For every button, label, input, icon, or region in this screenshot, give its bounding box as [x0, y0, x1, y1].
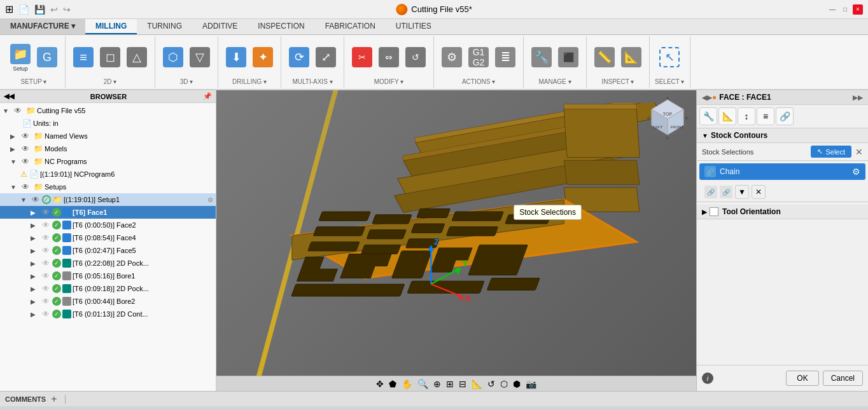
tree-item-setups[interactable]: ▼ 👁 📁 Setups: [0, 181, 216, 193]
layer-icon[interactable]: ⬡: [500, 379, 508, 389]
eye-icon-2dpock2[interactable]: 👁: [41, 284, 51, 294]
eye-icon-root[interactable]: 👁: [13, 106, 23, 116]
eye-icon-2dpock1[interactable]: 👁: [41, 258, 51, 268]
panel-icon-1[interactable]: 🔧: [699, 107, 717, 125]
simulate-button[interactable]: G1G2: [466, 46, 491, 70]
machines-button[interactable]: ⬛: [556, 46, 581, 70]
panel-icon-4[interactable]: ≡: [757, 107, 774, 125]
tab-turning[interactable]: TURNING: [137, 19, 192, 34]
eye-icon-bore1[interactable]: 👁: [41, 271, 51, 281]
actions3-button[interactable]: ≣: [493, 46, 518, 70]
tab-additive[interactable]: ADDITIVE: [192, 19, 248, 34]
chain-down-button[interactable]: ▼: [735, 185, 749, 199]
maximize-button[interactable]: □: [840, 4, 850, 15]
3d-pocket-button[interactable]: ▽: [187, 46, 213, 70]
tree-item-setup1[interactable]: ▼ 👁 ✓ 📁 [(1:19:01)] Setup1 ⚙: [0, 193, 216, 206]
panel-icon-2[interactable]: 📐: [718, 107, 736, 125]
grid-icon[interactable]: ⊞: [5, 3, 13, 15]
tree-arrow-setups[interactable]: ▼: [10, 184, 19, 191]
chain-delete-button[interactable]: ✕: [752, 185, 766, 199]
close-button[interactable]: ×: [853, 4, 863, 15]
tree-arrow-nc[interactable]: ▼: [10, 158, 19, 165]
tree-item-nc-programs[interactable]: ▼ 👁 📁 NC Programs: [0, 155, 216, 168]
tree-arrow-2dpock2[interactable]: ▶: [31, 285, 39, 292]
eye-icon-2dcont[interactable]: 👁: [41, 309, 51, 319]
eye-icon-face2[interactable]: 👁: [41, 220, 51, 230]
multiaxis-button[interactable]: ⟳: [286, 46, 312, 70]
3d-adaptive-button[interactable]: ⬡: [160, 46, 186, 70]
panel-collapse-icon[interactable]: ◀▶: [702, 94, 712, 101]
tree-arrow-face5[interactable]: ▶: [31, 247, 39, 254]
measure-button[interactable]: 📐: [619, 46, 644, 70]
tree-arrow-face1[interactable]: ▶: [31, 209, 39, 216]
tree-arrow-models[interactable]: ▶: [10, 146, 19, 153]
nav-cube[interactable]: TOP LEFT FRONT ▲ ▼ ◀ ▶: [645, 97, 690, 141]
inspect-button[interactable]: 📏: [592, 46, 617, 70]
stock-contours-header[interactable]: ▼ Stock Contours: [697, 128, 868, 143]
undo-icon[interactable]: ↩: [50, 4, 58, 15]
camera-icon[interactable]: 📷: [526, 379, 536, 389]
tree-item-2dpock2[interactable]: ▶ 👁 ✓ [T6 (0:09:18)] 2D Pock...: [0, 282, 216, 295]
setup-button[interactable]: 📁 Setup: [8, 43, 33, 73]
info-icon[interactable]: i: [702, 372, 713, 384]
modify-button[interactable]: ✂: [349, 46, 375, 70]
grid-view-icon[interactable]: ⊞: [446, 379, 454, 389]
panel-expand-icon[interactable]: ▶▶: [853, 94, 863, 101]
tree-item-face5[interactable]: ▶ 👁 ✓ [T6 (0:02:47)] Face5: [0, 244, 216, 257]
2d-face-button[interactable]: ≡: [71, 46, 96, 70]
tool-orientation-checkbox[interactable]: [710, 207, 718, 216]
save-icon[interactable]: 💾: [34, 4, 45, 15]
eye-icon-models[interactable]: 👁: [20, 144, 31, 154]
tree-item-named-views[interactable]: ▶ 👁 📁 Named Views: [0, 130, 216, 142]
clear-button[interactable]: ✕: [855, 147, 863, 157]
minimize-button[interactable]: —: [827, 4, 837, 15]
multiaxis2-button[interactable]: ⤢: [313, 46, 339, 70]
eye-icon-bore2[interactable]: 👁: [41, 296, 51, 306]
eye-icon-face5[interactable]: 👁: [41, 245, 51, 256]
orbit-icon[interactable]: ✋: [402, 379, 412, 389]
eye-icon-setup1[interactable]: 👁: [31, 195, 41, 205]
snap-icon[interactable]: ⊟: [459, 379, 466, 389]
eye-icon-nc[interactable]: 👁: [20, 156, 31, 167]
redo-icon[interactable]: ↪: [63, 4, 71, 15]
panel-icon-5[interactable]: 🔗: [776, 107, 794, 125]
tree-item-models[interactable]: ▶ 👁 📁 Models: [0, 142, 216, 155]
viewport[interactable]: Z Y X Stock Selections: [216, 90, 696, 391]
tab-fabrication[interactable]: FABRICATION: [315, 19, 386, 34]
cancel-button[interactable]: Cancel: [823, 371, 863, 386]
eye-icon-named-views[interactable]: 👁: [20, 131, 31, 141]
tree-item-face1[interactable]: ▶ 👁 ✓ [T6] Face1: [0, 206, 216, 219]
tab-milling[interactable]: MILLING: [85, 19, 137, 34]
zoom-icon[interactable]: 🔍: [417, 379, 428, 389]
rotate-icon[interactable]: ↺: [487, 379, 495, 389]
tree-arrow-face2[interactable]: ▶: [31, 222, 39, 229]
tree-arrow-named-views[interactable]: ▶: [10, 133, 19, 140]
tree-arrow-bore1[interactable]: ▶: [31, 273, 39, 280]
mirror-button[interactable]: ⇔: [376, 46, 402, 70]
add-comment-button[interactable]: +: [51, 393, 57, 405]
2d-pocket-button[interactable]: ◻: [97, 46, 123, 70]
tree-item-2dcont[interactable]: ▶ 👁 ✓ [T6 (0:01:13)] 2D Cont...: [0, 308, 216, 320]
file-icon[interactable]: 📄: [18, 4, 29, 15]
panel-icon-3[interactable]: ↕: [738, 107, 755, 125]
tree-item-2dpock1[interactable]: ▶ 👁 ✓ [T6 (0:22:08)] 2D Pock...: [0, 257, 216, 270]
tree-item-ncprogram6[interactable]: ⚠ 📄 [(1:19:01)] NCProgram6: [0, 168, 216, 181]
eye-icon-setups[interactable]: 👁: [20, 182, 31, 192]
pan-icon[interactable]: ⬟: [389, 379, 396, 389]
new-setup-button[interactable]: G: [34, 46, 60, 70]
chain-gear-icon[interactable]: ⚙: [852, 167, 860, 177]
tools-button[interactable]: 🔧: [529, 46, 554, 70]
measure-icon[interactable]: 📐: [472, 379, 482, 389]
manufacture-dropdown[interactable]: MANUFACTURE ▾: [0, 19, 85, 34]
tool-orientation-header[interactable]: ▶ Tool Orientation: [697, 205, 868, 219]
tab-inspection[interactable]: INSPECTION: [248, 19, 314, 34]
tree-arrow-bore2[interactable]: ▶: [31, 298, 39, 305]
zoom-fit-icon[interactable]: ⊕: [433, 379, 441, 389]
tree-arrow-2dpock1[interactable]: ▶: [31, 260, 39, 267]
tree-item-root[interactable]: ▼ 👁 📁 Cutting File v55: [0, 104, 216, 117]
browser-pin-icon[interactable]: 📌: [203, 92, 212, 100]
tree-item-face2[interactable]: ▶ 👁 ✓ [T6 (0:00:50)] Face2: [0, 219, 216, 231]
display-icon[interactable]: ⬢: [513, 379, 521, 389]
tree-arrow-setup1[interactable]: ▼: [20, 196, 29, 203]
gear-icon-setup1[interactable]: ⚙: [207, 196, 213, 203]
